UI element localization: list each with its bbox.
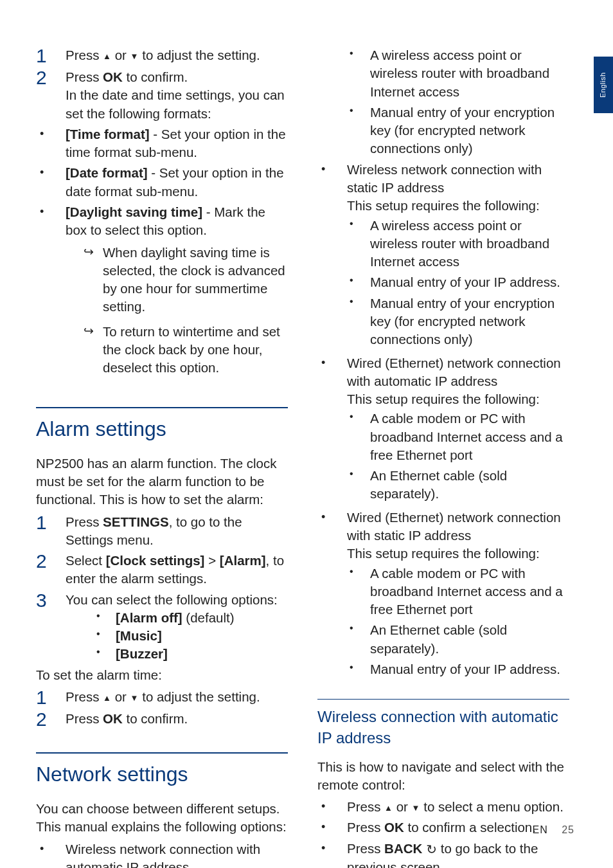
bullet-icon: •	[95, 645, 116, 659]
bullet-icon: •	[95, 627, 116, 641]
text: A wireless access point or wireless rout…	[370, 217, 569, 271]
list-item: • [Time format] - Set your option in the…	[36, 125, 288, 162]
text: to confirm.	[123, 711, 188, 726]
step-number: 1	[36, 688, 66, 707]
up-triangle-icon: ▲	[103, 693, 111, 703]
arrow-list: ↪ When daylight saving time is selected,…	[84, 244, 288, 377]
back-icon: ↺	[426, 841, 437, 859]
text: (default)	[182, 610, 235, 625]
step-number: 2	[36, 710, 66, 729]
text: In the date and time settings, you can s…	[66, 86, 288, 123]
list-item: 2 Select [Clock settings] > [Alarm], to …	[36, 552, 288, 588]
text: Manual entry of your IP address.	[370, 273, 569, 291]
page-number: 25	[562, 824, 574, 835]
text: Manual entry of your encryption key (for…	[370, 104, 569, 158]
section-heading: Alarm settings	[36, 407, 288, 443]
bullet-icon: •	[347, 46, 370, 60]
text: [Time format] - Set your option in the t…	[66, 125, 288, 162]
text: Wired (Ethernet) network connection with…	[347, 509, 569, 545]
left-column: 1 Press ▲ or ▼ to adjust the setting. 2 …	[36, 46, 288, 868]
list-item: 1 Press ▲ or ▼ to adjust the setting.	[36, 46, 288, 66]
list-item: 1 Press ▲ or ▼ to adjust the setting.	[36, 688, 288, 707]
step-text: Press OK to confirm.	[66, 710, 288, 728]
sub-list: •A cable modem or PC with broadband Inte…	[347, 565, 569, 679]
text: Select	[66, 553, 106, 568]
text: [Alarm off] (default)	[116, 609, 235, 627]
bold-text: [Alarm off]	[116, 610, 182, 625]
step-number: 2	[36, 68, 66, 87]
text: Press	[66, 689, 103, 704]
text: An Ethernet cable (sold separately).	[370, 621, 569, 658]
subsection-heading: Wireless connection with automatic IP ad…	[317, 699, 569, 748]
list-item: •A cable modem or PC with broadband Inte…	[347, 410, 569, 464]
bold-text: OK	[103, 69, 123, 84]
text: Wired (Ethernet) network connection with…	[347, 509, 569, 682]
list-item: • Wired (Ethernet) network connection wi…	[317, 509, 569, 682]
arrow-icon: ↪	[84, 323, 103, 339]
bold-text: [Daylight saving time]	[66, 204, 202, 219]
page-footer: EN 25	[533, 823, 574, 837]
list-item: •[Buzzer]	[95, 645, 288, 663]
down-triangle-icon: ▼	[412, 803, 420, 813]
bullet-icon: •	[317, 161, 347, 178]
list-item: •A wireless access point or wireless rou…	[347, 46, 569, 101]
step-text: Press ▲ or ▼ to adjust the setting.	[66, 688, 288, 706]
bullet-icon: •	[36, 125, 66, 143]
paragraph: This is how to navigate and select with …	[317, 758, 569, 795]
list-item: •[Music]	[95, 627, 288, 645]
section-heading: Network settings	[36, 752, 288, 788]
bullet-icon: •	[317, 509, 347, 526]
step-text: Press ▲ or ▼ to adjust the setting.	[66, 46, 288, 64]
text: to adjust the setting.	[138, 48, 260, 62]
bullet-icon: •	[36, 164, 66, 181]
bullet-icon: •	[95, 609, 116, 623]
bullet-icon: •	[317, 798, 347, 815]
bullet-icon: •	[347, 467, 370, 481]
language-tab: English	[594, 57, 613, 113]
text: Press	[66, 711, 103, 726]
arrow-icon: ↪	[84, 244, 103, 260]
list-item: •[Alarm off] (default)	[95, 609, 288, 627]
text: or	[393, 799, 412, 814]
numbered-list: 1 Press ▲ or ▼ to adjust the setting. 2 …	[36, 688, 288, 729]
bullet-icon: •	[347, 565, 370, 579]
step-text: You can select the following options: •[…	[66, 591, 288, 664]
list-item: • Wireless network connection with autom…	[36, 840, 288, 868]
text: Wired (Ethernet) network connection with…	[347, 354, 569, 391]
bullet-icon: •	[347, 104, 370, 118]
text: When daylight saving time is selected, t…	[103, 244, 288, 316]
page-body: 1 Press ▲ or ▼ to adjust the setting. 2 …	[0, 0, 613, 868]
bullet-icon: •	[317, 818, 347, 836]
bullet-icon: •	[347, 660, 370, 674]
bold-text: OK	[384, 820, 404, 835]
footer-lang: EN	[533, 824, 548, 835]
bullet-icon: •	[317, 354, 347, 372]
text: An Ethernet cable (sold separately).	[370, 467, 569, 503]
list-item: • Press BACK ↺ to go back to the previou…	[317, 840, 569, 868]
list-item: • Press ▲ or ▼ to select a menu option.	[317, 798, 569, 816]
list-item: 1 Press SETTINGS, to go to the Settings …	[36, 513, 288, 550]
text: Press	[66, 48, 103, 62]
list-item: •A wireless access point or wireless rou…	[347, 217, 569, 271]
text: or	[111, 689, 130, 704]
bullet-list: • Wireless network connection with autom…	[36, 840, 288, 868]
text: This setup requires the following:	[347, 545, 569, 563]
list-item: 2 Press OK to confirm.	[36, 710, 288, 729]
text: Wireless network connection with static …	[347, 161, 569, 197]
bold-text: [Clock settings]	[106, 553, 205, 568]
list-item: 2 Press OK to confirm. In the date and t…	[36, 68, 288, 123]
down-triangle-icon: ▼	[130, 51, 139, 61]
text: Press	[347, 841, 384, 856]
text: [Music]	[116, 627, 162, 645]
bold-text: [Buzzer]	[116, 646, 168, 661]
right-column: •A wireless access point or wireless rou…	[317, 46, 569, 868]
list-item: •Manual entry of your encryption key (fo…	[347, 104, 569, 158]
option-list: •[Alarm off] (default) •[Music] •[Buzzer…	[95, 609, 288, 664]
text: or	[111, 48, 130, 62]
bold-text: SETTINGS	[103, 514, 169, 529]
text: [Daylight saving time] - Mark the box to…	[66, 203, 288, 384]
text: Press	[66, 514, 103, 529]
bullet-icon: •	[347, 294, 370, 309]
numbered-list: 1 Press ▲ or ▼ to adjust the setting. 2 …	[36, 46, 288, 123]
step-number: 2	[36, 552, 66, 571]
